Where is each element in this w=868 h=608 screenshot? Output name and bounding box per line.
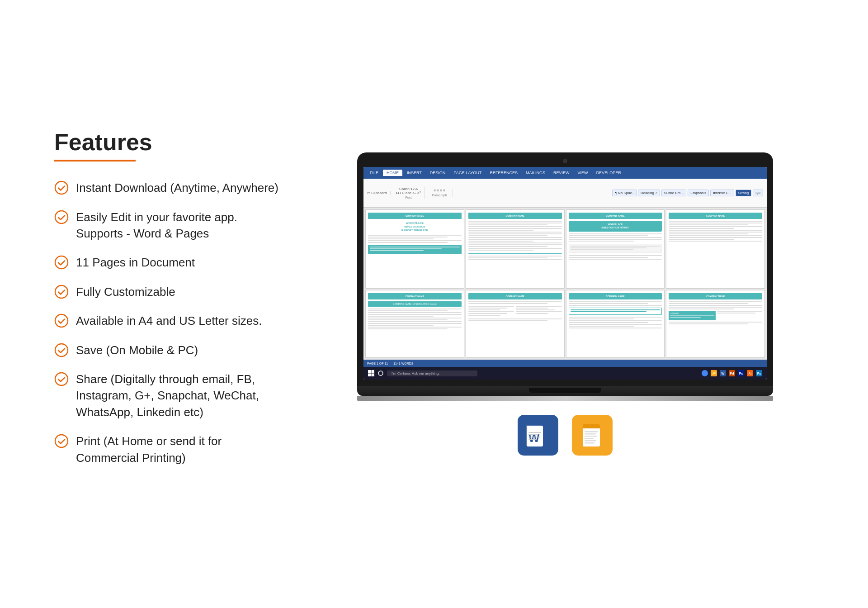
line — [468, 253, 562, 254]
tab-mailings[interactable]: MAILINGS — [522, 170, 549, 176]
page-header: COMPANY NAME — [669, 293, 762, 299]
laptop-notch — [529, 388, 601, 393]
taskbar: I'm Cortana. Ask me anything. 📁 W Pd Ps … — [363, 367, 767, 380]
line — [669, 305, 762, 306]
laptop-body: FILE HOME INSERT DESIGN PAGE LAYOUT REFE… — [357, 152, 773, 386]
svg-rect-26 — [585, 433, 596, 435]
check-icon — [54, 210, 69, 224]
taskbar-ps2-icon[interactable]: Ps — [756, 370, 762, 376]
check-icon — [54, 285, 69, 299]
tab-developer[interactable]: DEVELOPER — [593, 170, 625, 176]
line — [468, 237, 562, 238]
line — [368, 323, 462, 324]
svg-point-5 — [55, 344, 68, 356]
company-name-label8: COMPANY NAME — [706, 295, 725, 298]
style-normal[interactable]: ¶ No Spac.. — [612, 190, 637, 196]
style-intense[interactable]: Intense E... — [710, 190, 734, 196]
windows-logo[interactable] — [368, 370, 374, 376]
line — [468, 232, 562, 233]
word-app-icon: W — [518, 415, 558, 456]
feature-text-2: Easily Edit in your favorite app.Support… — [76, 209, 237, 242]
page-header: COMPANY NAME — [468, 213, 562, 219]
ribbon-clipboard: ✂ Clipboard — [367, 191, 391, 195]
line — [717, 313, 755, 314]
tab-view[interactable]: VIEW — [574, 170, 592, 176]
cover-lines — [368, 235, 462, 243]
taskbar-word-icon[interactable]: W — [720, 370, 726, 376]
tab-page-layout[interactable]: PAGE LAYOUT — [450, 170, 485, 176]
taskbar-ai-icon[interactable]: Ai — [747, 370, 753, 376]
line — [468, 311, 514, 312]
style-quote[interactable]: Qu — [753, 190, 763, 196]
line — [468, 309, 500, 310]
line — [516, 306, 561, 307]
taskbar-chrome-icon[interactable] — [702, 370, 708, 376]
svg-text:W: W — [528, 431, 540, 445]
line — [370, 250, 424, 251]
company-name-label6: COMPANY NAME — [506, 295, 524, 298]
line — [669, 233, 748, 234]
svg-rect-25 — [585, 431, 598, 432]
doc-page-7: COMPANY NAME — [566, 290, 665, 358]
company-name-label4: COMPANY NAME — [706, 214, 725, 217]
laptop-base — [357, 386, 773, 396]
line — [569, 301, 662, 302]
tab-insert[interactable]: INSERT — [403, 170, 425, 176]
list-item: Fully Customizable — [54, 284, 289, 300]
page-header: COMPANY NAME — [569, 213, 662, 219]
style-buttons: ¶ No Spac.. Heading 7 Subtle Em... Empha… — [612, 190, 763, 196]
svg-rect-9 — [372, 370, 375, 373]
line — [468, 320, 548, 321]
line — [569, 317, 662, 318]
line — [516, 309, 555, 310]
tab-design[interactable]: DESIGN — [426, 170, 449, 176]
company-name-label3: COMPANY NAME — [606, 214, 624, 217]
tab-references[interactable]: REFERENCES — [486, 170, 522, 176]
line — [669, 239, 734, 240]
check-icon — [54, 255, 69, 270]
check-icon — [54, 343, 69, 357]
title-underline — [54, 160, 136, 162]
line — [571, 309, 660, 310]
svg-point-3 — [55, 285, 68, 298]
line — [669, 230, 762, 231]
line — [569, 233, 662, 234]
line — [468, 318, 562, 319]
taskbar-ps-icon[interactable]: Ps — [738, 370, 744, 376]
line — [468, 228, 562, 229]
cortana-circle[interactable] — [378, 370, 383, 376]
feature-text-8: Print (At Home or send it forCommercial … — [76, 433, 222, 466]
line — [368, 316, 434, 317]
laptop-mockup: FILE HOME INSERT DESIGN PAGE LAYOUT REFE… — [357, 152, 773, 401]
cortana-search[interactable]: I'm Cortana. Ask me anything. — [387, 370, 477, 376]
page-header: COMPANY NAME — [368, 293, 462, 299]
line — [569, 326, 634, 327]
left-panel: Features Instant Download (Anytime, Anyw… — [54, 129, 316, 479]
feature-text-5: Available in A4 and US Letter sizes. — [76, 313, 262, 329]
line — [669, 301, 762, 302]
line — [669, 226, 762, 227]
line — [468, 246, 548, 247]
laptop-camera-bar — [363, 159, 767, 163]
line — [368, 321, 462, 322]
svg-point-12 — [378, 371, 383, 375]
style-emphasis[interactable]: Emphasis — [688, 190, 709, 196]
line — [468, 242, 562, 243]
style-heading7[interactable]: Heading 7 — [638, 190, 660, 196]
line — [569, 324, 662, 325]
line — [669, 232, 762, 233]
line — [569, 239, 662, 240]
list-item: 11 Pages in Document — [54, 254, 289, 271]
tab-review[interactable]: REVIEW — [550, 170, 573, 176]
word-count: 1141 WORDS — [393, 362, 413, 365]
taskbar-pd-icon[interactable]: Pd — [729, 370, 735, 376]
style-subtle[interactable]: Subtle Em... — [661, 190, 687, 196]
tab-home[interactable]: HOME — [383, 170, 402, 176]
tab-file[interactable]: FILE — [366, 170, 382, 176]
line — [569, 328, 662, 328]
line — [368, 242, 448, 243]
taskbar-folder-icon[interactable]: 📁 — [711, 370, 717, 376]
line — [368, 328, 448, 329]
style-strong[interactable]: Strong — [736, 190, 752, 196]
line — [468, 257, 548, 258]
